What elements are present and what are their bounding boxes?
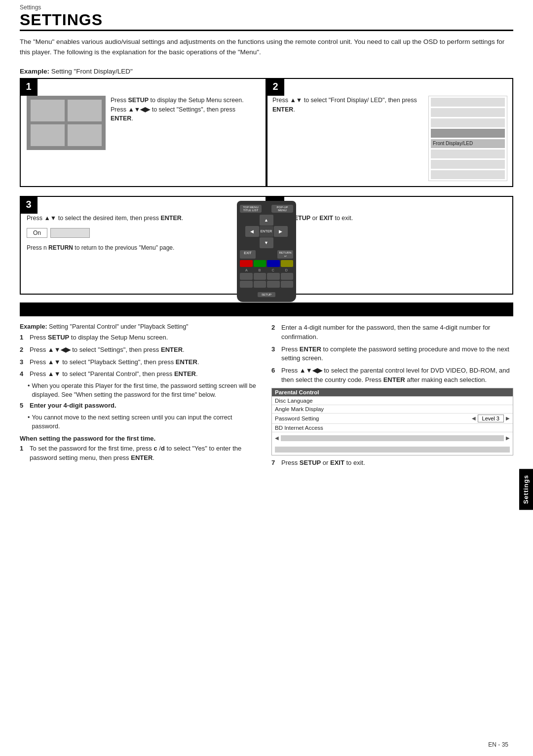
dpad-empty <box>245 215 259 226</box>
level-value: Level 3 <box>478 415 504 422</box>
status-on: On <box>27 228 47 238</box>
left-arrow-icon[interactable]: ◀ <box>472 416 476 421</box>
when-setting-title: When setting the password for the first … <box>20 435 257 442</box>
right-step-2: 2 Enter a 4-digit number for the passwor… <box>271 323 513 342</box>
parental-row-1: Disc Language <box>272 397 513 405</box>
dpad-empty <box>274 215 288 226</box>
step4-box: 4 Press SETUP or EXIT to exit. <box>266 196 513 295</box>
parental-table-header: Parental Control <box>272 388 513 397</box>
step1-badge: 1 <box>20 78 38 96</box>
step4-text: Press SETUP or EXIT to exit. <box>272 214 507 223</box>
label-a: A <box>245 268 248 272</box>
remote-btn-j[interactable] <box>254 281 266 288</box>
parental-label-4: BD Internet Access <box>275 425 510 431</box>
dpad-right[interactable]: ▶ <box>274 226 288 237</box>
title-underline <box>20 30 513 31</box>
remote-btn-b[interactable] <box>254 260 266 267</box>
breadcrumb: Settings <box>0 0 533 12</box>
dpad-empty <box>245 237 259 248</box>
section-divider <box>20 302 513 316</box>
remote-setup-row: SETUP <box>240 289 293 297</box>
step2-text: Press ▲▼ to select "Front Display/ LED",… <box>272 96 423 181</box>
menu-row-highlighted <box>431 129 505 138</box>
parental-row-3: Password Setting ◀ Level 3 ▶ <box>272 414 513 424</box>
remote-control: TOP MENUTITLE LIST POP-UPMENU ▲ ◀ ENTER … <box>237 201 296 302</box>
remote-color-row1 <box>240 260 293 267</box>
example2-label: Example: Setting "Parental Control" unde… <box>20 323 257 330</box>
bullet-b4: • When you operate this Player for the f… <box>28 382 257 399</box>
remote-btn-e[interactable] <box>240 273 253 280</box>
menu-row <box>431 150 505 158</box>
remote-btn-c[interactable] <box>267 260 280 267</box>
settings-side-tab: Settings <box>519 469 533 510</box>
step1-screen <box>27 96 106 150</box>
step3-text: Press ▲▼ to select the desired item, the… <box>27 214 260 223</box>
step3-box: 3 Press ▲▼ to select the desired item, t… <box>20 196 266 295</box>
remote-btn-h[interactable] <box>281 273 294 280</box>
step3-badge: 3 <box>20 196 38 214</box>
remote-color-row2 <box>240 273 293 280</box>
dpad-left[interactable]: ◀ <box>245 226 259 237</box>
remote-btn-f[interactable] <box>254 273 266 280</box>
step-b5: 5 Enter your 4-digit password. <box>20 401 257 411</box>
label-d: D <box>285 268 288 272</box>
bottom-left: Example: Setting "Parental Control" unde… <box>20 323 266 471</box>
remote-btn-l[interactable] <box>281 281 294 288</box>
step-b1: 1 Press SETUP to display the Setup Menu … <box>20 333 257 342</box>
parental-label-1: Disc Language <box>275 398 510 404</box>
right-arrow-icon[interactable]: ▶ <box>506 416 510 421</box>
remote-btn-i[interactable] <box>240 281 253 288</box>
parental-label-2: Angle Mark Display <box>275 406 510 412</box>
screen-cell <box>31 100 65 121</box>
parental-table-header-label: Parental Control <box>275 389 510 395</box>
remote-btn-k[interactable] <box>267 281 280 288</box>
remote-exit-btn[interactable]: EXIT <box>240 250 256 259</box>
step-b3: 3 Press ▲▼ to select "Playback Setting",… <box>20 358 257 367</box>
remote-setup-btn[interactable]: SETUP <box>258 292 275 297</box>
remote-btn-d[interactable] <box>281 260 294 267</box>
step1-text: Press SETUP to display the Setup Menu sc… <box>111 96 260 123</box>
parental-row-4: BD Internet Access <box>272 424 513 432</box>
parental-row-2: Angle Mark Display <box>272 405 513 414</box>
dpad-down[interactable]: ▼ <box>260 237 273 248</box>
step-b4: 4 Press ▲▼ to select "Parental Control",… <box>20 370 257 379</box>
bottom-right: 2 Enter a 4-digit number for the passwor… <box>266 323 513 471</box>
remote-return-btn[interactable]: RETURN ↩ <box>277 250 293 259</box>
label-c: C <box>272 268 274 272</box>
screen-cell <box>68 124 102 146</box>
dpad-enter[interactable]: ENTER <box>260 226 273 237</box>
remote-exit-return-row: EXIT RETURN ↩ <box>240 250 293 259</box>
intro-text: The "Menu" enables various audio/visual … <box>20 37 513 58</box>
parental-table: Parental Control Disc Language Angle Mar… <box>271 388 513 455</box>
left-arrow-icon2[interactable]: ◀ <box>275 435 279 441</box>
step3-return-text: Press n RETURN to return to the previous… <box>27 244 260 252</box>
remote-btn-g[interactable] <box>267 273 280 280</box>
remote-btn-a[interactable] <box>240 260 253 267</box>
label-b: B <box>259 268 261 272</box>
remote-popup-btn[interactable]: POP-UPMENU <box>271 205 293 213</box>
bullet-b5: • You cannot move to the next setting sc… <box>28 414 257 431</box>
dpad-empty <box>274 237 288 248</box>
example1-label: Example: Setting "Front Display/LED" <box>0 63 533 78</box>
right-step-7: 7 Press SETUP or EXIT to exit. <box>271 458 513 468</box>
menu-row <box>431 118 505 127</box>
menu-row <box>431 98 505 107</box>
menu-row <box>431 170 505 179</box>
step2-box: 2 Press ▲▼ to select "Front Display/ LED… <box>266 78 513 187</box>
menu-row <box>431 108 505 117</box>
step1-box: 1 Press SETUP to display the Setup Menu … <box>20 78 266 187</box>
remote-topmenu-btn[interactable]: TOP MENUTITLE LIST <box>240 205 262 213</box>
step2-badge: 2 <box>266 78 284 96</box>
bottom-section: Example: Setting "Parental Control" unde… <box>0 323 533 471</box>
step3-status-bar: On <box>27 228 260 238</box>
gray-bar-1 <box>281 435 504 441</box>
gray-bar-2 <box>275 447 510 453</box>
right-arrow-icon2[interactable]: ▶ <box>506 435 510 441</box>
screen-cell <box>31 124 65 146</box>
dpad-up[interactable]: ▲ <box>260 215 273 226</box>
remote-dpad: ▲ ◀ ENTER ▶ ▼ <box>245 215 288 248</box>
remote-color-row3 <box>240 281 293 288</box>
right-step-6: 6 Press ▲▼◀▶ to select the parental cont… <box>271 366 513 385</box>
parental-label-3: Password Setting <box>275 416 472 421</box>
step-ws1: 1 To set the password for the first time… <box>20 444 257 463</box>
